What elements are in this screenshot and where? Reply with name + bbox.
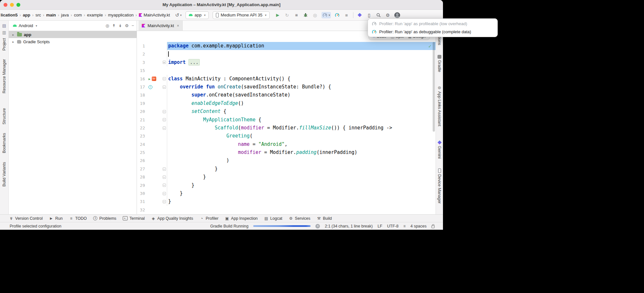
fold-marker[interactable]: − — [163, 176, 166, 179]
search-everywhere-button[interactable] — [376, 12, 381, 18]
account-avatar[interactable] — [394, 12, 400, 18]
code-line[interactable]: 21− MyApplicationTheme { — [137, 116, 436, 124]
tool-button-app-quality-insights[interactable]: ◈App Quality Insights — [151, 216, 193, 221]
lock-icon[interactable] — [431, 226, 435, 228]
tool-button-terminal[interactable]: >_Terminal — [123, 216, 145, 221]
profiler-run-button[interactable] — [334, 12, 340, 18]
inspections-ok-icon[interactable]: ✓ — [428, 44, 432, 49]
tool-button-logcat[interactable]: ▤Logcat — [264, 216, 283, 221]
panel-settings-icon[interactable]: ⚙ — [125, 23, 129, 28]
code-text[interactable]: Scaffold(modifier = Modifier.fillMaxSize… — [167, 124, 436, 132]
close-tab-icon[interactable]: × — [177, 24, 179, 28]
code-text[interactable]: package com.example.myapplication — [167, 42, 436, 50]
code-line[interactable]: 19 enableEdgeToEdge() — [137, 99, 436, 107]
code-line[interactable]: 23 Greeting( — [137, 132, 436, 140]
device-selector[interactable]: Medium Phone API 35 ▾ — [213, 11, 270, 19]
code-line[interactable]: 28− } — [137, 173, 436, 181]
code-text[interactable] — [167, 50, 436, 58]
code-line[interactable]: 29− } — [137, 181, 436, 189]
code-editor[interactable]: 1package com.example.myapplication23+imp… — [137, 31, 436, 214]
tool-stripe-item-resource-manager[interactable]: Resource Manager — [2, 59, 6, 93]
tool-stripe-item-device-manager[interactable]: Device Manager — [437, 168, 442, 204]
code-text[interactable]: ) — [167, 157, 436, 165]
editor-tab-mainactivity[interactable]: MainActivity.kt × — [139, 21, 183, 31]
code-text[interactable]: MyApplicationTheme { — [167, 116, 436, 124]
breadcrumb-item-app[interactable]: app — [22, 12, 31, 18]
code-line[interactable]: 2 — [137, 50, 436, 58]
code-text[interactable]: setContent { — [167, 107, 436, 116]
debug-button[interactable] — [303, 12, 309, 18]
tool-button-services[interactable]: ⚙Services — [289, 216, 310, 221]
fold-marker[interactable]: − — [163, 184, 166, 187]
breadcrumb-item-myapplication[interactable]: myapplication — [107, 12, 134, 18]
tool-stripe-item-structure[interactable]: Structure — [2, 108, 6, 125]
tool-button-run[interactable]: ▶Run — [49, 216, 62, 221]
vcs-update-button[interactable]: ↺ ▾ — [175, 12, 182, 18]
editor-scrollbar[interactable] — [433, 42, 435, 132]
code-line[interactable]: 16▶<>−class MainActivity : ComponentActi… — [137, 75, 436, 83]
build-list-button[interactable]: ≡ — [293, 12, 299, 18]
code-text[interactable]: enableEdgeToEdge() — [167, 99, 436, 107]
code-line[interactable]: 1package com.example.myapplication — [137, 42, 436, 50]
zoom-window-button[interactable] — [16, 3, 20, 7]
breadcrumb-item-lication5[interactable]: lication5 — [0, 12, 18, 18]
code-text[interactable]: } — [167, 181, 436, 189]
chevron-right-icon[interactable]: ▸ — [11, 33, 15, 36]
tree-node-app[interactable]: ▸app — [9, 31, 137, 38]
running-devices-button[interactable]: ▯ — [366, 12, 372, 18]
code-text[interactable]: } — [167, 189, 436, 197]
fold-marker[interactable]: − — [163, 167, 166, 171]
encoding-indicator[interactable]: UTF-8 — [387, 224, 399, 228]
fold-marker[interactable]: − — [163, 126, 166, 130]
profiler-popup-item[interactable]: Profiler: Run 'app' as debuggable (compl… — [368, 28, 497, 36]
project-view-selector[interactable]: Android — [19, 23, 33, 28]
code-line[interactable]: 32 — [137, 206, 436, 214]
override-method-icon[interactable]: ↑ — [149, 85, 152, 89]
code-line[interactable]: 27− } — [137, 165, 436, 173]
code-text[interactable]: } — [167, 165, 436, 173]
code-text[interactable]: import ... — [167, 58, 436, 66]
close-window-button[interactable] — [4, 3, 7, 7]
line-ending-indicator[interactable]: LF — [378, 224, 382, 228]
collapse-all-icon[interactable]: ↡ — [119, 23, 122, 28]
rerun-button[interactable]: ↻ — [284, 12, 290, 18]
code-line[interactable]: 31−} — [137, 197, 436, 206]
packages-tool-icon[interactable]: ▥ — [2, 30, 6, 35]
indent-indicator[interactable]: 4 spaces — [410, 224, 427, 228]
breadcrumb-item-java[interactable]: java — [61, 12, 70, 18]
fold-marker[interactable]: + — [163, 61, 166, 64]
code-text[interactable]: } — [167, 173, 436, 181]
code-line[interactable]: 15 — [137, 66, 436, 75]
compose-preview-icon[interactable]: <> — [152, 76, 156, 81]
gemini-button[interactable] — [357, 12, 363, 18]
fold-marker[interactable]: − — [163, 192, 166, 195]
code-text[interactable]: modifier = Modifier.padding(innerPadding… — [167, 148, 436, 157]
fold-marker[interactable]: − — [163, 200, 166, 203]
code-line[interactable]: 22− Scaffold(modifier = Modifier.fillMax… — [137, 124, 436, 132]
tool-stripe-item-app-links-assistant[interactable]: ⊚App Links Assistant — [437, 85, 442, 126]
chevron-right-icon[interactable]: ▸ — [11, 40, 15, 44]
code-line[interactable]: 18 super.onCreate(savedInstanceState) — [137, 91, 436, 99]
run-config-selector[interactable]: app ▾ — [186, 11, 209, 19]
tree-node-gradle-scripts[interactable]: ▸Gradle Scripts — [9, 38, 137, 45]
cancel-build-icon[interactable]: ✕ — [315, 224, 320, 228]
fold-marker[interactable]: − — [163, 86, 166, 89]
run-button[interactable]: ▶ — [275, 12, 281, 18]
code-text[interactable]: name = "Android", — [167, 140, 436, 148]
tool-stripe-item-bookmarks[interactable]: Bookmarks — [2, 133, 6, 153]
tool-button-todo[interactable]: ≡TODO — [69, 216, 87, 221]
code-line[interactable]: 30− } — [137, 189, 436, 197]
breadcrumb-item-com[interactable]: com — [73, 12, 82, 18]
tool-button-version-control[interactable]: ⋔Version Control — [9, 216, 43, 221]
run-line-icon[interactable]: ▶ — [149, 75, 150, 83]
settings-button[interactable]: ⚙ — [385, 12, 391, 18]
profiler-dropdown-button[interactable]: ▾ — [322, 12, 331, 18]
code-text[interactable]: override fun onCreate(savedInstanceState… — [167, 83, 436, 91]
tool-stripe-item-gemini[interactable]: Gemini — [437, 140, 442, 159]
code-line[interactable]: 3+import ... — [137, 58, 436, 66]
code-text[interactable]: super.onCreate(savedInstanceState) — [167, 91, 436, 99]
tool-stripe-item-project[interactable]: Project — [2, 38, 6, 51]
expand-all-icon[interactable]: ↟ — [112, 23, 116, 28]
code-line[interactable]: 26 ) — [137, 157, 436, 165]
minimize-window-button[interactable] — [10, 3, 14, 7]
